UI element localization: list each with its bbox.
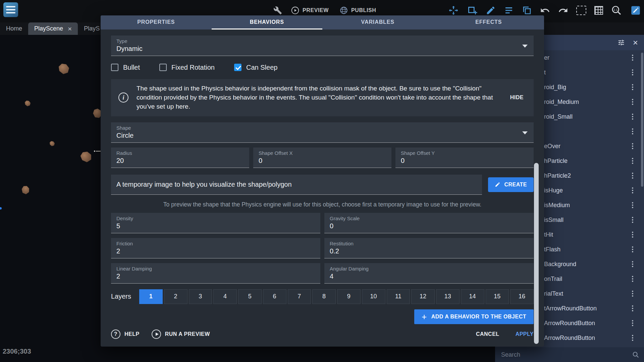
more-options-icon[interactable] [630,54,635,62]
temp-image-field[interactable]: A temporary image to help you visualize … [111,175,482,195]
dialog-scrollbar[interactable] [534,163,539,344]
filter-icon[interactable] [618,39,625,46]
fixed-rotation-checkbox[interactable]: Fixed Rotation [159,64,215,71]
search-icon [632,351,639,358]
friction-field[interactable]: Friction 2 [111,238,320,258]
layer-toggle-7[interactable]: 7 [288,289,311,304]
layer-toggle-10[interactable]: 10 [362,289,385,304]
layer-toggle-9[interactable]: 9 [337,289,361,304]
help-button[interactable]: ? HELP [111,329,140,339]
close-tab-icon[interactable]: × [68,25,72,32]
layer-toggle-11[interactable]: 11 [387,289,410,304]
apply-button[interactable]: APPLY [516,331,534,337]
shape-offset-y-field[interactable]: Shape Offset Y 0 [395,147,534,168]
search-input[interactable] [500,351,629,359]
zoom-actual-size-icon[interactable]: 1:1 [611,5,622,16]
duplicate-icon[interactable] [522,5,532,15]
tab-home[interactable]: Home [0,22,28,35]
more-options-icon[interactable] [630,127,635,135]
edit-object-icon[interactable] [486,5,496,15]
shape-offset-x-field[interactable]: Shape Offset X 0 [253,147,391,168]
more-options-icon[interactable] [630,157,635,165]
more-options-icon[interactable] [630,319,635,327]
can-sleep-checkbox[interactable]: Can Sleep [234,64,277,71]
add-object-icon[interactable] [467,5,478,16]
dialog-footer: ? HELP RUN A PREVIEW CANCEL APPLY [111,326,534,342]
layer-toggle-4[interactable]: 4 [213,289,237,304]
menu-icon [6,6,15,7]
grid-icon[interactable] [594,6,603,15]
asteroid-sprite[interactable] [50,141,55,146]
layer-toggle-5[interactable]: 5 [238,289,262,304]
layer-toggle-16[interactable]: 16 [510,289,534,304]
panel-scrollbar[interactable] [641,53,643,187]
layer-toggle-15[interactable]: 15 [486,289,509,304]
preview-button[interactable]: PREVIEW [289,6,331,15]
layer-toggle-8[interactable]: 8 [312,289,336,304]
close-panel-icon[interactable]: × [633,38,638,47]
more-options-icon[interactable] [630,186,635,194]
gravity-scale-field[interactable]: Gravity Scale 0 [324,213,534,233]
layer-toggle-1[interactable]: 1 [139,289,163,304]
type-dropdown[interactable]: Type Dynamic [111,36,534,56]
tab-properties[interactable]: PROPERTIES [101,15,212,29]
more-options-icon[interactable] [630,201,635,209]
layer-toggle-14[interactable]: 14 [461,289,484,304]
more-options-icon[interactable] [630,260,635,268]
linear-damping-field[interactable]: Linear Damping 2 [111,263,320,284]
hide-button[interactable]: HIDE [507,95,526,101]
layer-toggle-6[interactable]: 6 [263,289,286,304]
globe-icon [339,6,348,15]
redo-icon[interactable] [558,5,568,15]
radius-field[interactable]: Radius 20 [111,147,249,168]
undo-icon[interactable] [540,5,550,15]
shape-dropdown[interactable]: Shape Circle [111,122,534,143]
restitution-field[interactable]: Restitution 0.2 [324,238,534,258]
layer-toggle-13[interactable]: 13 [436,289,460,304]
cancel-button[interactable]: CANCEL [476,331,499,337]
scene-edit-icon[interactable] [630,5,641,16]
info-banner: i The shape used in the Physics behavior… [111,79,534,116]
marquee-select-icon[interactable] [576,6,586,15]
layer-toggle-3[interactable]: 3 [189,289,212,304]
more-options-icon[interactable] [630,83,635,91]
asteroid-sprite[interactable] [20,184,31,196]
more-options-icon[interactable] [630,113,635,121]
info-icon: i [118,93,128,103]
more-options-icon[interactable] [630,304,635,312]
more-options-icon[interactable] [630,216,635,224]
object-handle-dot[interactable] [0,207,2,209]
publish-button[interactable]: PUBLISH [337,6,378,15]
more-options-icon[interactable] [630,334,635,342]
density-field[interactable]: Density 5 [111,213,320,233]
more-options-icon[interactable] [630,245,635,253]
more-options-icon[interactable] [630,142,635,150]
run-preview-button[interactable]: RUN A PREVIEW [152,329,210,339]
debug-wrench-icon[interactable] [273,6,282,15]
move-object-icon[interactable] [448,5,459,16]
tab-playscene[interactable]: PlayScene × [28,22,78,35]
more-options-icon[interactable] [630,231,635,239]
asteroid-sprite[interactable] [59,64,69,74]
more-options-icon[interactable] [630,68,635,76]
layer-toggle-2[interactable]: 2 [164,289,187,304]
create-button[interactable]: CREATE [488,177,534,192]
more-options-icon[interactable] [630,172,635,180]
svg-text:1:1: 1:1 [613,8,618,11]
more-options-icon[interactable] [630,275,635,283]
bullet-checkbox[interactable]: Bullet [111,64,140,71]
tab-behaviors[interactable]: BEHAVIORS [212,15,323,29]
more-options-icon[interactable] [630,290,635,298]
tab-effects[interactable]: EFFECTS [433,15,544,29]
preview-label: PREVIEW [303,7,329,13]
layer-toggle-12[interactable]: 12 [411,289,435,304]
more-options-icon[interactable] [630,98,635,106]
project-manager-button[interactable] [3,2,18,17]
add-behavior-button[interactable]: + ADD A BEHAVIOR TO THE OBJECT [414,309,534,324]
angular-damping-field[interactable]: Angular Damping 4 [324,263,534,284]
density-row: Density 5 Gravity Scale 0 [111,213,534,233]
asteroid-sprite[interactable] [79,150,93,163]
tab-variables[interactable]: VARIABLES [322,15,433,29]
object-list-icon[interactable] [504,5,514,15]
asteroid-sprite[interactable] [25,101,31,106]
